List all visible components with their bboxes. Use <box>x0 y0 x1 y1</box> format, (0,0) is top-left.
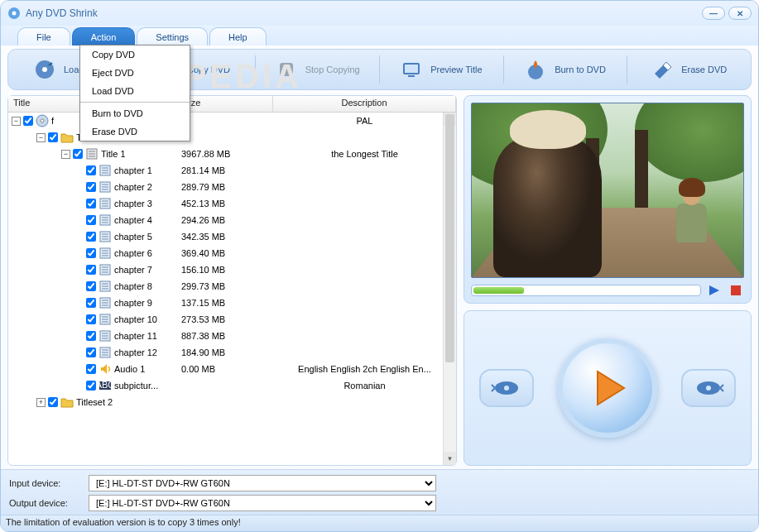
table-row[interactable]: −fPAL <box>8 113 456 129</box>
table-row[interactable]: chapter 12184.90 MB <box>8 344 456 361</box>
row-label: f <box>51 116 54 126</box>
next-chapter-button[interactable] <box>681 369 736 407</box>
mini-stop-button[interactable] <box>729 285 744 296</box>
row-checkbox[interactable] <box>48 397 58 407</box>
row-size: 184.90 MB <box>178 347 273 357</box>
table-row[interactable]: chapter 1281.14 MB <box>8 162 456 179</box>
row-size: 137.15 MB <box>178 298 273 308</box>
col-header-size[interactable]: Size <box>178 96 273 112</box>
output-device-select[interactable]: [E:] HL-DT-ST DVD+-RW GT60N <box>89 495 436 511</box>
table-row[interactable]: chapter 6369.40 MB <box>8 245 456 261</box>
table-row[interactable]: chapter 7156.10 MB <box>8 261 456 278</box>
minimize-button[interactable]: — <box>702 7 725 20</box>
toolbar-erase-dvd[interactable]: Erase DVD <box>632 54 746 85</box>
toolbar-copy-label: Copy DVD <box>187 65 230 74</box>
chapter-icon <box>98 164 112 177</box>
toolbar-erase-label: Erase DVD <box>681 65 727 74</box>
row-label: chapter 1 <box>114 165 152 175</box>
tree-toggle[interactable]: − <box>12 117 21 126</box>
menu-burn-to-dvd[interactable]: Burn to DVD <box>80 104 190 122</box>
table-row[interactable]: −Titleset 1 <box>8 129 456 146</box>
row-label: chapter 7 <box>114 265 152 275</box>
scroll-down-arrow[interactable]: ▼ <box>444 452 456 465</box>
table-row[interactable]: +Titleset 2 <box>8 394 456 410</box>
folder-icon <box>60 131 74 144</box>
row-label: chapter 5 <box>114 232 152 242</box>
tree-toggle[interactable]: + <box>36 398 46 407</box>
row-size: 294.26 MB <box>178 215 273 225</box>
input-device-label: Input device: <box>9 478 82 488</box>
col-header-desc[interactable]: Description <box>273 96 456 112</box>
row-size: 299.73 MB <box>178 281 273 291</box>
table-row[interactable]: chapter 3452.13 MB <box>8 195 456 212</box>
row-size: 273.53 MB <box>178 314 273 324</box>
svg-text:ABC: ABC <box>98 380 112 390</box>
table-body[interactable]: −fPAL−Titleset 1−Title 13967.88 MBthe Lo… <box>8 113 456 465</box>
input-device-select[interactable]: [E:] HL-DT-ST DVD+-RW GT60N <box>89 475 436 491</box>
table-row[interactable]: chapter 4294.26 MB <box>8 212 456 228</box>
vertical-scrollbar[interactable]: ▲ ▼ <box>443 113 456 465</box>
table-row[interactable]: chapter 2289.79 MB <box>8 179 456 195</box>
tree-toggle[interactable]: − <box>36 133 46 142</box>
row-checkbox[interactable] <box>86 232 96 242</box>
menu-settings[interactable]: Settings <box>137 27 208 46</box>
table-row[interactable]: chapter 5342.35 MB <box>8 228 456 245</box>
row-checkbox[interactable] <box>86 314 96 324</box>
close-button[interactable]: ✕ <box>728 7 752 20</box>
row-checkbox[interactable] <box>86 281 96 291</box>
toolbar-burn-to-dvd[interactable]: Burn to DVD <box>509 54 622 85</box>
row-checkbox[interactable] <box>86 364 96 374</box>
titlebar: Any DVD Shrink — ✕ <box>1 1 758 26</box>
title-tree-panel: Title Size Description −fPAL−Titleset 1−… <box>7 95 457 466</box>
table-row[interactable]: chapter 11887.38 MB <box>8 328 456 344</box>
row-checkbox[interactable] <box>86 381 96 391</box>
row-checkbox[interactable] <box>86 248 96 258</box>
scroll-thumb[interactable] <box>445 114 454 362</box>
svg-rect-68 <box>731 285 741 295</box>
row-label: Title 1 <box>101 149 126 159</box>
row-label: chapter 8 <box>114 281 152 291</box>
table-row[interactable]: −Title 13967.88 MBthe Longest Title <box>8 146 456 162</box>
menubar: File Action Settings Help <box>1 26 758 46</box>
row-checkbox[interactable] <box>86 298 96 308</box>
row-desc: the Longest Title <box>273 149 456 159</box>
table-row[interactable]: chapter 9137.15 MB <box>8 295 456 311</box>
row-size: 369.40 MB <box>178 248 273 258</box>
preview-video-frame <box>471 103 744 278</box>
row-checkbox[interactable] <box>86 265 96 275</box>
playback-progress[interactable] <box>471 285 701 296</box>
menu-help[interactable]: Help <box>209 27 267 46</box>
big-play-button[interactable] <box>558 338 657 438</box>
row-checkbox[interactable] <box>86 331 96 341</box>
menu-eject-dvd[interactable]: Eject DVD <box>80 64 190 82</box>
table-row[interactable]: Audio 10.00 MBEnglish English 2ch Englis… <box>8 361 456 377</box>
table-row[interactable]: ABCsubpictur...Romanian <box>8 377 456 394</box>
row-checkbox[interactable] <box>86 215 96 225</box>
menu-action[interactable]: Action <box>72 27 136 46</box>
menu-erase-dvd[interactable]: Erase DVD <box>80 122 190 141</box>
chapter-icon <box>98 247 112 260</box>
prev-chapter-button[interactable] <box>479 369 534 407</box>
chapter-icon <box>98 197 112 210</box>
table-row[interactable]: chapter 8299.73 MB <box>8 278 456 295</box>
row-checkbox[interactable] <box>73 149 83 159</box>
table-row[interactable]: chapter 10273.53 MB <box>8 311 456 328</box>
row-checkbox[interactable] <box>86 199 96 208</box>
row-checkbox[interactable] <box>23 116 33 126</box>
row-label: chapter 9 <box>114 298 152 308</box>
row-label: chapter 3 <box>114 199 152 208</box>
row-checkbox[interactable] <box>86 347 96 357</box>
menu-load-dvd[interactable]: Load DVD <box>80 82 190 100</box>
row-checkbox[interactable] <box>48 132 58 142</box>
toolbar-preview-title[interactable]: Preview Title <box>385 54 498 85</box>
menu-copy-dvd[interactable]: Copy DVD <box>80 46 190 64</box>
chapter-icon <box>98 280 112 293</box>
row-checkbox[interactable] <box>86 182 96 192</box>
mini-play-button[interactable] <box>708 285 723 296</box>
toolbar-stop-copying[interactable]: Stop Copying <box>261 54 374 85</box>
stop-icon <box>276 59 297 80</box>
menu-file[interactable]: File <box>17 27 70 46</box>
tree-toggle[interactable]: − <box>61 150 70 159</box>
chapter-icon <box>98 180 112 194</box>
row-checkbox[interactable] <box>86 165 96 175</box>
